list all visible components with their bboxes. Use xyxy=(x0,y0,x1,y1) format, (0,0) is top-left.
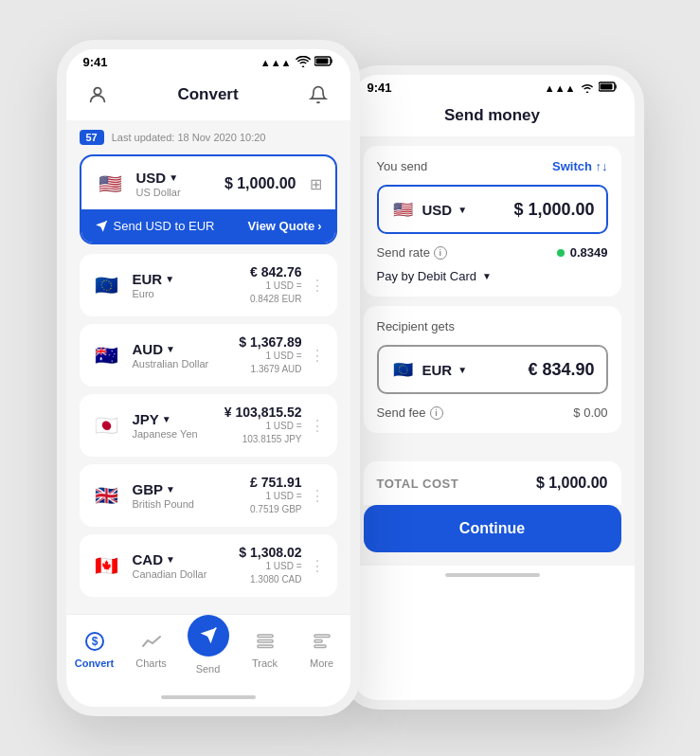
list-item[interactable]: 🇬🇧 GBP ▼ British Pound £ 751.91 1 USD =0… xyxy=(80,464,337,527)
send-text: Send USD to EUR xyxy=(95,219,215,233)
eur-flag: 🇪🇺 xyxy=(91,269,123,301)
pay-method-row[interactable]: Pay by Debit Card ▼ xyxy=(377,269,608,283)
convert-nav-label: Convert xyxy=(75,657,115,669)
nav-convert[interactable]: $ Convert xyxy=(71,628,118,669)
signal-icon-2: ▲▲▲ xyxy=(545,82,576,94)
list-item[interactable]: 🇦🇺 AUD ▼ Australian Dollar $ 1,367.89 1 … xyxy=(80,324,337,387)
usd-code[interactable]: USD ▼ xyxy=(136,170,181,186)
wifi-icon-2 xyxy=(580,81,595,95)
svg-rect-11 xyxy=(258,645,273,648)
send-nav-icon xyxy=(188,615,229,657)
view-quote-button[interactable]: View Quote › xyxy=(248,219,322,233)
send-money-title: Send money xyxy=(444,106,540,125)
jpy-menu-icon[interactable]: ⋮ xyxy=(310,417,326,435)
send-currency-caret: ▼ xyxy=(458,205,467,215)
nav-track[interactable]: Track xyxy=(242,628,289,669)
phone-1: 9:41 ▲▲▲ Convert xyxy=(57,40,360,716)
total-cost-value: $ 1,000.00 xyxy=(536,475,608,492)
you-send-section: You send Switch ↑↓ 🇺🇸 USD ▼ $ 1,000.00 xyxy=(364,146,621,297)
nav-charts[interactable]: Charts xyxy=(128,628,175,669)
pay-method-caret: ▼ xyxy=(482,271,492,281)
rate-info-icon[interactable]: i xyxy=(434,246,447,260)
cad-code[interactable]: CAD ▼ xyxy=(133,551,207,567)
eur-code[interactable]: EUR ▼ xyxy=(133,271,175,287)
send-currency-selector[interactable]: 🇺🇸 USD ▼ xyxy=(390,196,468,223)
continue-button[interactable]: Continue xyxy=(364,505,621,552)
jpy-rate: 1 USD =103.8155 JPY xyxy=(224,420,302,446)
switch-button[interactable]: Switch ↑↓ xyxy=(552,159,608,173)
send-rate-value: 0.8349 xyxy=(557,245,608,260)
battery-icon-2 xyxy=(599,81,618,94)
svg-point-2 xyxy=(94,88,100,95)
svg-rect-10 xyxy=(258,640,273,643)
gbp-name: British Pound xyxy=(133,498,194,510)
send-rate-label: Send rate i xyxy=(377,245,447,260)
status-bar-2: 9:41 ▲▲▲ xyxy=(350,75,635,99)
currency-list: 🇪🇺 EUR ▼ Euro € 842.76 1 USD =0.8428 EUR xyxy=(80,254,337,597)
bell-icon[interactable] xyxy=(304,81,332,109)
convert-nav-icon: $ xyxy=(81,628,108,655)
gbp-rate: 1 USD =0.7519 GBP xyxy=(250,490,302,516)
jpy-amount: ¥ 103,815.52 xyxy=(224,405,302,420)
wifi-icon xyxy=(296,56,311,69)
fee-label: Send fee i xyxy=(377,405,443,420)
send-quote-row[interactable]: Send USD to EUR View Quote › xyxy=(81,209,335,243)
send-amount-value: $ 1,000.00 xyxy=(513,200,594,220)
jpy-code[interactable]: JPY ▼ xyxy=(133,411,198,427)
list-item[interactable]: 🇪🇺 EUR ▼ Euro € 842.76 1 USD =0.8428 EUR xyxy=(80,254,337,316)
eur-menu-icon[interactable]: ⋮ xyxy=(310,277,326,295)
list-item[interactable]: 🇯🇵 JPY ▼ Japanese Yen ¥ 103,815.52 1 USD… xyxy=(80,394,337,457)
svg-marker-8 xyxy=(200,628,216,644)
status-bar-1: 9:41 ▲▲▲ xyxy=(66,49,350,73)
status-time-2: 9:41 xyxy=(368,81,392,95)
svg-rect-1 xyxy=(315,59,328,64)
send-money-content: You send Switch ↑↓ 🇺🇸 USD ▼ $ 1,000.00 xyxy=(350,136,635,566)
fee-info-icon[interactable]: i xyxy=(430,406,443,420)
more-nav-icon xyxy=(309,628,335,655)
svg-rect-9 xyxy=(258,635,273,638)
aud-amount: $ 1,367.89 xyxy=(239,334,301,350)
aud-menu-icon[interactable]: ⋮ xyxy=(310,347,326,365)
svg-rect-16 xyxy=(600,84,612,90)
gbp-flag: 🇬🇧 xyxy=(91,479,123,512)
app-header-2: Send money xyxy=(350,99,635,136)
calculator-icon[interactable]: ⊞ xyxy=(310,175,322,193)
cad-menu-icon[interactable]: ⋮ xyxy=(310,557,326,575)
gbp-code[interactable]: GBP ▼ xyxy=(133,481,194,497)
recipient-amount-row[interactable]: 🇪🇺 EUR ▼ € 834.90 xyxy=(377,345,608,394)
aud-flag: 🇦🇺 xyxy=(91,339,123,371)
battery-icon xyxy=(314,56,333,68)
recipient-currency-selector[interactable]: 🇪🇺 EUR ▼ xyxy=(390,356,468,383)
cad-name: Canadian Dollar xyxy=(133,568,207,580)
recipient-section: Recipient gets 🇪🇺 EUR ▼ € 834.90 Send fe… xyxy=(364,306,621,433)
cad-amount: $ 1,308.02 xyxy=(239,545,301,560)
aud-code[interactable]: AUD ▼ xyxy=(133,341,209,357)
recipient-amount-value: € 834.90 xyxy=(528,360,594,380)
usd-amount: $ 1,000.00 xyxy=(224,175,296,192)
usd-flag: 🇺🇸 xyxy=(95,168,127,200)
track-nav-label: Track xyxy=(252,657,278,669)
send-nav-label: Send xyxy=(196,663,221,675)
aud-rate: 1 USD =1.3679 AUD xyxy=(239,350,301,376)
bottom-nav: $ Convert Charts Send xyxy=(66,614,350,688)
status-icons-1: ▲▲▲ xyxy=(260,56,333,69)
svg-rect-14 xyxy=(314,645,326,648)
you-send-amount-row[interactable]: 🇺🇸 USD ▼ $ 1,000.00 xyxy=(377,185,608,234)
person-icon[interactable] xyxy=(83,81,112,109)
track-nav-icon xyxy=(252,628,278,655)
svg-rect-12 xyxy=(314,635,330,638)
update-badge: 57 xyxy=(80,130,104,145)
recipient-currency-caret: ▼ xyxy=(458,365,467,375)
gbp-menu-icon[interactable]: ⋮ xyxy=(310,487,326,505)
list-item[interactable]: 🇨🇦 CAD ▼ Canadian Dollar $ 1,308.02 1 US… xyxy=(80,534,337,597)
gbp-amount: £ 751.91 xyxy=(250,475,302,490)
main-currency-card[interactable]: 🇺🇸 USD ▼ US Dollar $ 1,000.00 xyxy=(80,154,337,244)
rate-status-dot xyxy=(557,249,565,257)
charts-nav-label: Charts xyxy=(135,657,166,669)
nav-send[interactable]: Send xyxy=(185,622,232,675)
status-time-1: 9:41 xyxy=(83,55,108,69)
usd-dropdown-icon[interactable]: ▼ xyxy=(169,172,178,183)
recipient-flag: 🇪🇺 xyxy=(390,356,417,383)
jpy-name: Japanese Yen xyxy=(133,428,198,440)
nav-more[interactable]: More xyxy=(298,628,346,669)
